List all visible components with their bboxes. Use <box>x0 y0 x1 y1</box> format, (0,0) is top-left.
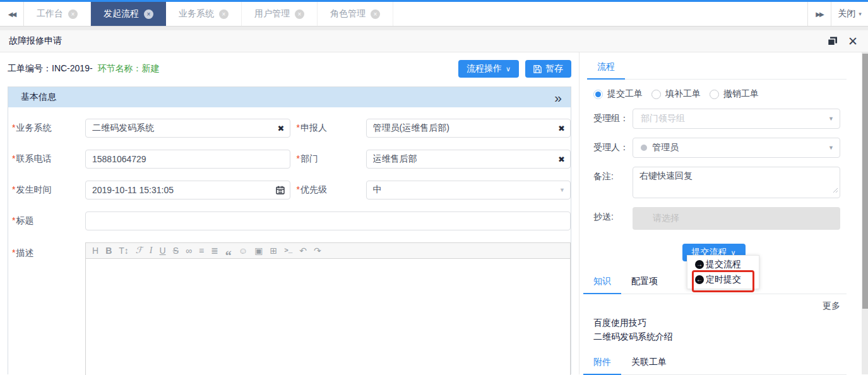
resize-handle-icon[interactable] <box>833 184 838 196</box>
tab-knowledge[interactable]: 知识 <box>583 270 621 294</box>
menu-item-label: 提交流程 <box>706 259 741 270</box>
tab-close-icon[interactable]: × <box>295 9 304 19</box>
accept-group-row: 受理组： 部门领导组 ▼ <box>587 109 840 129</box>
cc-label: 抄送: <box>587 207 633 230</box>
close-tabs-menu-button[interactable]: 关闭 ▾ <box>831 2 868 26</box>
clear-icon[interactable]: ✖ <box>278 124 285 133</box>
basic-info-panel: 基本信息 » 业务系统 ✖ 申报人 ✖ 联系电话 <box>8 86 571 374</box>
tab-bar-spacer <box>393 2 807 26</box>
emoji-icon[interactable]: ☺ <box>239 246 247 255</box>
field-label-priority: 优先级 <box>297 184 360 196</box>
undo-icon[interactable]: ↶ <box>299 246 307 255</box>
radio-label-submit[interactable]: 提交工单 <box>607 88 643 100</box>
more-link[interactable]: 更多 <box>823 301 840 311</box>
font-size-icon[interactable]: T↕ <box>119 246 129 255</box>
priority-select[interactable]: 中 <box>366 181 571 199</box>
align-icon[interactable]: ≣ <box>211 246 218 255</box>
tab-attachments[interactable]: 附件 <box>583 351 621 375</box>
radio-label-cancel[interactable]: 撤销工单 <box>723 88 759 100</box>
radio-cancel-ticket[interactable] <box>710 90 719 99</box>
field-label-business-system: 业务系统 <box>12 122 79 134</box>
occur-time-input[interactable] <box>85 181 290 199</box>
quote-icon[interactable]: “ <box>225 249 232 256</box>
tab-close-icon[interactable]: × <box>144 9 153 19</box>
step-name-label: 环节名称： <box>98 63 142 73</box>
process-actions-button[interactable]: 流程操作 ∨ <box>458 60 519 78</box>
radio-fill-ticket[interactable] <box>651 90 661 99</box>
step-name-value: 新建 <box>142 63 160 73</box>
collapse-panel-icon[interactable]: » <box>554 91 562 104</box>
title-field <box>85 211 571 230</box>
select-arrow-icon: ▼ <box>828 145 834 151</box>
restore-window-icon[interactable] <box>828 37 838 46</box>
tab-close-icon[interactable]: × <box>68 9 78 19</box>
tab-label: 业务系统 <box>179 8 214 20</box>
field-label-phone: 联系电话 <box>12 153 79 165</box>
link-icon[interactable]: ∞ <box>186 246 192 255</box>
remark-label: 备注: <box>587 167 633 198</box>
remark-row: 备注: 右键快速回复 <box>587 167 840 198</box>
table-icon[interactable]: ⊞ <box>270 246 277 255</box>
scrollbar-thumb[interactable] <box>862 54 868 309</box>
font-family-icon[interactable]: ℱ <box>136 246 143 255</box>
menu-item-submit-flow[interactable]: → 提交流程 <box>687 257 759 272</box>
code-icon[interactable]: >_ <box>284 247 292 254</box>
tab-role-management[interactable]: 角色管理 × <box>318 2 393 26</box>
tab-config-items[interactable]: 配置项 <box>621 270 668 294</box>
menu-item-timed-submit[interactable]: ← 定时提交 <box>687 272 759 287</box>
scroll-tabs-right-button[interactable]: ▶▶ <box>807 2 831 26</box>
accept-user-select[interactable]: 管理员 <box>633 138 840 158</box>
italic-icon[interactable]: I <box>150 246 153 255</box>
tab-business-system[interactable]: 业务系统 × <box>166 2 242 26</box>
field-label-reporter: 申报人 <box>297 122 360 134</box>
open-page-tabs: 工作台 × 发起流程 × 业务系统 × 用户管理 × 角色管理 × <box>24 2 393 26</box>
title-input[interactable] <box>85 211 571 230</box>
accept-group-value: 部门领导组 <box>641 113 685 124</box>
tab-start-process[interactable]: 发起流程 × <box>91 2 166 26</box>
bold-icon[interactable]: B <box>105 246 112 255</box>
department-input[interactable] <box>366 150 571 169</box>
business-system-input[interactable] <box>85 119 290 138</box>
underline-icon[interactable]: U <box>160 246 166 255</box>
clear-icon[interactable]: ✖ <box>558 155 565 164</box>
image-icon[interactable]: ▣ <box>254 246 263 255</box>
tab-close-icon[interactable]: × <box>219 9 229 19</box>
vertical-scrollbar[interactable] <box>862 52 868 374</box>
menu-item-label: 定时提交 <box>706 274 741 285</box>
accept-user-row: 受理人： 管理员 ▼ <box>587 138 840 158</box>
priority-value: 中 <box>373 184 382 196</box>
accept-group-select[interactable]: 部门领导组 <box>633 109 840 129</box>
tab-close-icon[interactable]: × <box>371 9 380 19</box>
redo-icon[interactable]: ↷ <box>314 246 321 255</box>
strikethrough-icon[interactable]: S <box>173 246 179 255</box>
clear-icon[interactable]: ✖ <box>558 124 565 133</box>
attachment-tab-header: 附件 关联工单 <box>587 351 847 375</box>
ticket-header-row: 工单编号：INC-2019- 环节名称：新建 流程操作 ∨ 暂存 <box>8 60 571 78</box>
save-draft-button[interactable]: 暂存 <box>525 60 571 78</box>
scroll-tabs-left-button[interactable]: ◀◀ <box>0 2 24 26</box>
process-actions-label: 流程操作 <box>467 63 502 74</box>
reporter-input[interactable] <box>366 119 571 138</box>
close-window-icon[interactable]: ✕ <box>848 35 858 47</box>
basic-info-grid: 业务系统 ✖ 申报人 ✖ 联系电话 部门 <box>8 107 571 375</box>
flow-panel: 流程 提交工单 填补工单 撤销工单 受理组： 部门领导组 ▼ <box>580 52 862 374</box>
select-arrow-icon: ▼ <box>559 187 565 193</box>
remark-textarea[interactable]: 右键快速回复 <box>633 167 840 198</box>
radio-submit-ticket[interactable] <box>593 90 603 99</box>
tab-related-tickets[interactable]: 关联工单 <box>621 351 677 375</box>
list-item[interactable]: 百度使用技巧 <box>593 316 840 330</box>
list-icon[interactable]: ≡ <box>199 246 204 255</box>
calendar-icon[interactable] <box>276 186 285 194</box>
list-item[interactable]: 二维码发码系统介绍 <box>593 330 840 343</box>
accept-user-value: 管理员 <box>652 142 679 153</box>
tab-user-management[interactable]: 用户管理 × <box>242 2 318 26</box>
heading-icon[interactable]: H <box>92 246 98 255</box>
cc-row: 抄送: 请选择 <box>587 207 840 230</box>
circle-arrow-right-icon: → <box>695 260 704 269</box>
phone-input[interactable] <box>85 150 290 169</box>
radio-label-fill[interactable]: 填补工单 <box>665 88 701 100</box>
description-editor-body[interactable] <box>86 259 570 375</box>
flow-action-radios: 提交工单 填补工单 撤销工单 <box>593 88 840 100</box>
tab-workbench[interactable]: 工作台 × <box>24 2 91 26</box>
tab-flow[interactable]: 流程 <box>587 56 625 80</box>
